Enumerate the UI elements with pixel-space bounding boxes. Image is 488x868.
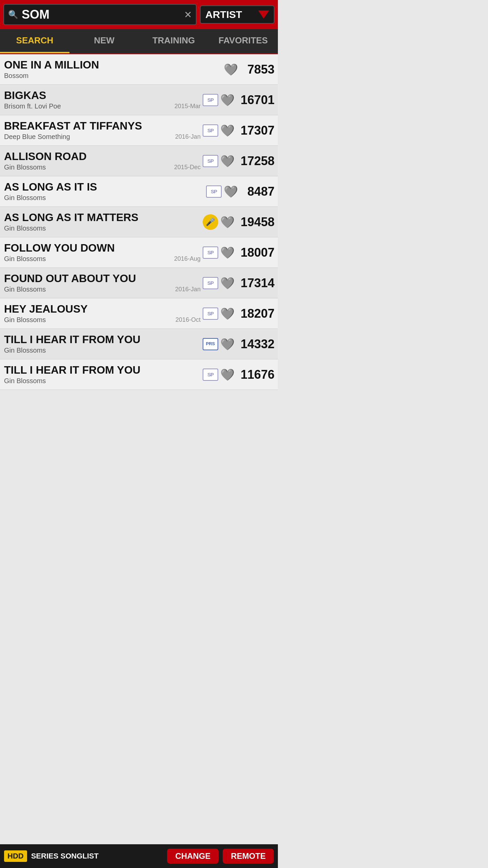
- tab-search[interactable]: SEARCH: [0, 29, 69, 53]
- search-input[interactable]: [22, 7, 181, 22]
- song-icons: 🩶: [224, 63, 238, 76]
- sp-icon: SP: [203, 277, 218, 289]
- song-number: 7853: [241, 62, 274, 77]
- song-number: 17314: [237, 276, 274, 290]
- mic-icon: 🎤: [203, 214, 218, 230]
- song-number: 17258: [237, 154, 274, 168]
- song-icons: SP🩶: [203, 93, 235, 107]
- song-row[interactable]: BIGKAS Brisom ft. Lovi Poe 2015-Mar SP🩶 …: [0, 85, 278, 115]
- song-info: BREAKFAST AT TIFFANYS Deep Blue Somethin…: [4, 120, 203, 140]
- song-number: 11676: [237, 368, 274, 382]
- sp-icon: SP: [203, 369, 218, 381]
- song-info: AS LONG AS IT IS Gin Blossoms: [4, 181, 206, 201]
- song-row[interactable]: TILL I HEAR IT FROM YOU Gin Blossoms SP🩶…: [0, 359, 278, 390]
- clear-icon[interactable]: ✕: [184, 9, 192, 20]
- song-artist: Gin Blossoms: [4, 224, 46, 232]
- artist-dropdown[interactable]: ARTIST: [200, 5, 274, 24]
- song-artist-row: Gin Blossoms: [4, 224, 203, 232]
- prs-icon: PRS: [203, 338, 218, 350]
- artist-label: ARTIST: [205, 9, 254, 20]
- tab-new[interactable]: NEW: [69, 29, 139, 53]
- song-title: HEY JEALOUSY: [4, 303, 203, 315]
- song-title: BREAKFAST AT TIFFANYS: [4, 120, 203, 132]
- heart-icon[interactable]: 🩶: [220, 93, 235, 107]
- song-info: ALLISON ROAD Gin Blossoms 2015-Dec: [4, 151, 203, 171]
- dropdown-arrow-icon: [258, 11, 269, 19]
- song-date: 2016-Jan: [175, 286, 203, 293]
- song-title: TILL I HEAR IT FROM YOU: [4, 334, 203, 346]
- heart-icon[interactable]: 🩶: [224, 185, 238, 198]
- song-title: AS LONG AS IT MATTERS: [4, 212, 203, 223]
- song-icons: PRS🩶: [203, 337, 235, 351]
- song-title: ONE IN A MILLION: [4, 59, 224, 71]
- header: 🔍 ✕ ARTIST: [0, 0, 278, 29]
- song-row[interactable]: AS LONG AS IT IS Gin Blossoms SP🩶 8487: [0, 176, 278, 207]
- sp-icon: SP: [203, 94, 218, 106]
- tabs-bar: SEARCH NEW TRAINING FAVORITES: [0, 29, 278, 54]
- song-icons: SP🩶: [203, 307, 235, 320]
- song-icons: SP🩶: [203, 276, 235, 290]
- song-row[interactable]: ONE IN A MILLION Bossom 🩶 7853: [0, 54, 278, 85]
- song-info: FOLLOW YOU DOWN Gin Blossoms 2016-Aug: [4, 242, 203, 262]
- sp-icon: SP: [206, 185, 222, 198]
- sp-icon: SP: [203, 155, 218, 167]
- song-artist: Gin Blossoms: [4, 347, 46, 354]
- song-artist: Gin Blossoms: [4, 163, 46, 171]
- song-artist-row: Gin Blossoms 2016-Jan: [4, 285, 203, 293]
- heart-icon[interactable]: 🩶: [220, 215, 235, 229]
- song-date: 2015-Mar: [175, 103, 203, 110]
- song-artist: Gin Blossoms: [4, 377, 46, 385]
- song-artist-row: Brisom ft. Lovi Poe 2015-Mar: [4, 102, 203, 110]
- song-info: BIGKAS Brisom ft. Lovi Poe 2015-Mar: [4, 90, 203, 110]
- song-artist-row: Gin Blossoms: [4, 347, 203, 354]
- heart-icon[interactable]: 🩶: [220, 124, 235, 137]
- song-title: AS LONG AS IT IS: [4, 181, 206, 193]
- song-artist-row: Gin Blossoms: [4, 194, 206, 202]
- tab-training[interactable]: TRAINING: [139, 29, 208, 53]
- song-icons: SP🩶: [203, 154, 235, 168]
- heart-icon[interactable]: 🩶: [220, 337, 235, 351]
- song-row[interactable]: FOUND OUT ABOUT YOU Gin Blossoms 2016-Ja…: [0, 268, 278, 298]
- song-date: 2015-Dec: [174, 164, 203, 171]
- song-row[interactable]: TILL I HEAR IT FROM YOU Gin Blossoms PRS…: [0, 329, 278, 359]
- song-number: 18207: [237, 307, 274, 321]
- song-icons: 🎤🩶: [203, 214, 235, 230]
- song-info: HEY JEALOUSY Gin Blossoms 2016-Oct: [4, 303, 203, 323]
- song-info: FOUND OUT ABOUT YOU Gin Blossoms 2016-Ja…: [4, 273, 203, 293]
- song-artist-row: Gin Blossoms 2016-Aug: [4, 255, 203, 263]
- song-artist: Bossom: [4, 72, 28, 80]
- heart-icon[interactable]: 🩶: [220, 368, 235, 381]
- sp-icon: SP: [203, 246, 218, 259]
- song-row[interactable]: FOLLOW YOU DOWN Gin Blossoms 2016-Aug SP…: [0, 237, 278, 268]
- heart-icon[interactable]: 🩶: [220, 276, 235, 290]
- heart-icon[interactable]: 🩶: [220, 246, 235, 259]
- heart-icon[interactable]: 🩶: [220, 307, 235, 320]
- song-artist-row: Gin Blossoms: [4, 377, 203, 385]
- song-date: 2016-Oct: [176, 316, 203, 323]
- song-info: TILL I HEAR IT FROM YOU Gin Blossoms: [4, 334, 203, 354]
- song-icons: SP🩶: [203, 246, 235, 259]
- song-artist-row: Gin Blossoms 2016-Oct: [4, 316, 203, 324]
- song-info: TILL I HEAR IT FROM YOU Gin Blossoms: [4, 364, 203, 384]
- song-row[interactable]: HEY JEALOUSY Gin Blossoms 2016-Oct SP🩶 1…: [0, 298, 278, 329]
- song-icons: SP🩶: [206, 185, 238, 198]
- song-info: ONE IN A MILLION Bossom: [4, 59, 224, 79]
- song-artist-row: Gin Blossoms 2015-Dec: [4, 163, 203, 171]
- song-title: TILL I HEAR IT FROM YOU: [4, 364, 203, 376]
- song-icons: SP🩶: [203, 124, 235, 137]
- song-row[interactable]: AS LONG AS IT MATTERS Gin Blossoms 🎤🩶 19…: [0, 207, 278, 237]
- tab-favorites[interactable]: FAVORITES: [208, 29, 278, 53]
- song-artist: Deep Blue Something: [4, 133, 70, 141]
- song-row[interactable]: ALLISON ROAD Gin Blossoms 2015-Dec SP🩶 1…: [0, 146, 278, 176]
- song-artist: Gin Blossoms: [4, 255, 46, 263]
- heart-icon[interactable]: 🩶: [220, 154, 235, 168]
- heart-icon[interactable]: 🩶: [224, 63, 238, 76]
- song-date: 2016-Aug: [174, 255, 203, 262]
- song-artist-row: Bossom: [4, 72, 224, 80]
- song-title: ALLISON ROAD: [4, 151, 203, 162]
- search-icon: 🔍: [8, 10, 18, 19]
- song-list: ONE IN A MILLION Bossom 🩶 7853 BIGKAS Br…: [0, 54, 278, 417]
- song-row[interactable]: BREAKFAST AT TIFFANYS Deep Blue Somethin…: [0, 115, 278, 146]
- song-artist: Gin Blossoms: [4, 194, 46, 202]
- song-number: 18007: [237, 245, 274, 260]
